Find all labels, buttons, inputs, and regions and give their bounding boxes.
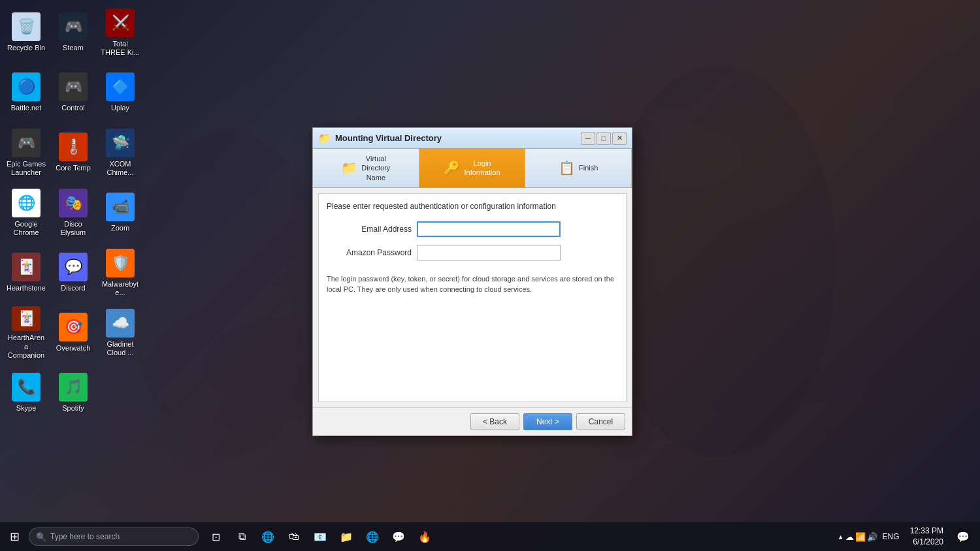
- coretemp-label: Core Temp: [56, 164, 91, 172]
- chrome-label: Google Chrome: [6, 220, 46, 237]
- multitask-button[interactable]: ⧉: [230, 525, 253, 548]
- gladinet-label: Gladinet Cloud ...: [100, 340, 140, 357]
- desktop-icon-gladinet[interactable]: ☁️Gladinet Cloud ...: [97, 304, 143, 362]
- desktop-icon-epic[interactable]: 🎮Epic Games Launcher: [3, 123, 49, 182]
- desktop-icon-skype[interactable]: 📞Skype: [3, 364, 49, 422]
- start-button[interactable]: ⊞: [0, 522, 29, 551]
- dialog-title: Mounting Virtual Directory: [335, 133, 581, 143]
- desktop-icon-recycle-bin[interactable]: 🗑️Recycle Bin: [3, 3, 49, 62]
- email-taskbar[interactable]: 📧: [308, 525, 332, 548]
- desktop-icon-hac[interactable]: 🃏HearthArena Companion: [3, 304, 49, 362]
- zoom-icon: 📹: [106, 193, 135, 221]
- finish-icon: 📋: [559, 160, 575, 176]
- hearthstone-icon: 🃏: [12, 253, 41, 281]
- file-explorer-taskbar[interactable]: 📁: [335, 525, 358, 548]
- systray: ▲ ☁ 📶 🔊: [838, 532, 877, 542]
- taskbar-quick-icons: ⊡ ⧉ 🌐 🛍 📧 📁 🌐 💬 🔥: [204, 525, 436, 548]
- dialog-title-icon: 📁: [318, 132, 331, 144]
- password-input[interactable]: [417, 245, 561, 260]
- chevron-up-icon[interactable]: ▲: [838, 533, 844, 541]
- hac-icon: 🃏: [12, 306, 41, 331]
- epic-icon: 🎮: [12, 129, 41, 157]
- dialog-description: Please enter requested authentication or…: [327, 202, 618, 211]
- spotify-icon: 🎵: [59, 373, 88, 401]
- onedrive-icon: ☁: [845, 532, 854, 542]
- browser-taskbar[interactable]: 🌐: [256, 525, 280, 548]
- recycle-bin-label: Recycle Bin: [7, 44, 45, 52]
- spotify-label: Spotify: [62, 404, 84, 413]
- extra-taskbar[interactable]: 🔥: [413, 525, 436, 548]
- desktop-icon-steam[interactable]: 🎮Steam: [50, 3, 96, 62]
- email-input[interactable]: [417, 221, 561, 237]
- clock-date: 6/1/2020: [910, 537, 943, 548]
- cancel-button[interactable]: Cancel: [576, 413, 625, 430]
- control-label: Control: [61, 104, 84, 112]
- folder-icon: 📁: [341, 160, 357, 176]
- svg-point-3: [601, 65, 836, 457]
- titlebar-buttons: ─ □ ✕: [581, 132, 627, 145]
- dialog-note: The login password (key, token, or secre…: [327, 274, 618, 295]
- store-taskbar[interactable]: 🛍: [282, 525, 306, 548]
- zoom-label: Zoom: [111, 224, 129, 232]
- chrome-taskbar[interactable]: 🌐: [361, 525, 384, 548]
- notifications-button[interactable]: 💬: [951, 525, 975, 548]
- total-war-icon: ⚔️: [106, 8, 135, 37]
- battlenet-label: Battle.net: [11, 104, 41, 112]
- chrome-icon: 🌐: [12, 189, 41, 217]
- desktop-icon-control[interactable]: 🎮Control: [50, 63, 96, 122]
- desktop-icon-discord[interactable]: 💬Discord: [50, 244, 96, 302]
- back-button[interactable]: < Back: [470, 413, 519, 430]
- desktop-icon-zoom[interactable]: 📹Zoom: [97, 183, 143, 242]
- language-indicator: ENG: [880, 532, 902, 541]
- hearthstone-label: Hearthstone: [7, 284, 46, 292]
- dialog-content: Please enter requested authentication or…: [318, 193, 627, 402]
- wifi-icon: 📶: [855, 532, 866, 542]
- maximize-button[interactable]: □: [596, 132, 611, 145]
- desktop-icon-uplay[interactable]: 🔷Uplay: [97, 63, 143, 122]
- desktop-icons-area: 🗑️Recycle Bin🎮Steam⚔️Total THREE Ki...🔵B…: [0, 0, 144, 496]
- overwatch-icon: 🎯: [59, 313, 88, 341]
- taskbar-clock[interactable]: 12:33 PM 6/1/2020: [905, 526, 949, 548]
- tab-login-information[interactable]: 🔑 LoginInformation: [419, 149, 526, 187]
- close-button[interactable]: ✕: [612, 132, 627, 145]
- taskbar: ⊞ 🔍 Type here to search ⊡ ⧉ 🌐 🛍 📧 📁 🌐 💬 …: [0, 522, 980, 551]
- dialog-button-row: < Back Next > Cancel: [313, 407, 632, 435]
- coretemp-icon: 🌡️: [59, 133, 88, 161]
- xcom-label: XCOM Chime...: [100, 160, 140, 177]
- tab-virtual-directory[interactable]: 📁 VirtualDirectoryName: [313, 149, 419, 187]
- uplay-icon: 🔷: [106, 72, 135, 101]
- desktop-icon-overwatch[interactable]: 🎯Overwatch: [50, 304, 96, 362]
- desktop-icon-spotify[interactable]: 🎵Spotify: [50, 364, 96, 422]
- desktop-icon-disco[interactable]: 🎭Disco Elysium: [50, 183, 96, 242]
- desktop-icon-hearthstone[interactable]: 🃏Hearthstone: [3, 244, 49, 302]
- email-row: Email Address: [327, 221, 618, 237]
- hac-label: HearthArena Companion: [6, 334, 46, 360]
- control-icon: 🎮: [59, 72, 88, 101]
- search-placeholder: Type here to search: [50, 532, 120, 541]
- malware-icon: 🛡️: [106, 249, 135, 277]
- volume-icon: 🔊: [867, 532, 877, 542]
- taskbar-search[interactable]: 🔍 Type here to search: [29, 527, 199, 546]
- tab-finish-label: Finish: [579, 163, 598, 172]
- desktop-icon-battlenet[interactable]: 🔵Battle.net: [3, 63, 49, 122]
- recycle-bin-icon: 🗑️: [12, 12, 41, 41]
- discord-icon: 💬: [59, 253, 88, 281]
- task-view-button[interactable]: ⊡: [204, 525, 227, 548]
- epic-label: Epic Games Launcher: [6, 160, 46, 177]
- next-button[interactable]: Next >: [523, 413, 572, 430]
- wizard-tabs: 📁 VirtualDirectoryName 🔑 LoginInformatio…: [313, 149, 632, 188]
- desktop-icon-chrome[interactable]: 🌐Google Chrome: [3, 183, 49, 242]
- desktop-icon-coretemp[interactable]: 🌡️Core Temp: [50, 123, 96, 182]
- uplay-label: Uplay: [111, 104, 129, 112]
- skype-label: Skype: [16, 404, 37, 413]
- tab-finish[interactable]: 📋 Finish: [525, 149, 632, 187]
- tab-vd-label: VirtualDirectoryName: [361, 154, 390, 182]
- minimize-button[interactable]: ─: [581, 132, 595, 145]
- tab-login-label: LoginInformation: [464, 159, 500, 178]
- desktop-icon-total-war[interactable]: ⚔️Total THREE Ki...: [97, 3, 143, 62]
- total-war-label: Total THREE Ki...: [100, 40, 140, 57]
- glip-taskbar[interactable]: 💬: [387, 525, 410, 548]
- desktop-icon-xcom[interactable]: 🛸XCOM Chime...: [97, 123, 143, 182]
- desktop-icon-malware[interactable]: 🛡️Malwarebyte...: [97, 244, 143, 302]
- dialog-titlebar: 📁 Mounting Virtual Directory ─ □ ✕: [313, 128, 632, 149]
